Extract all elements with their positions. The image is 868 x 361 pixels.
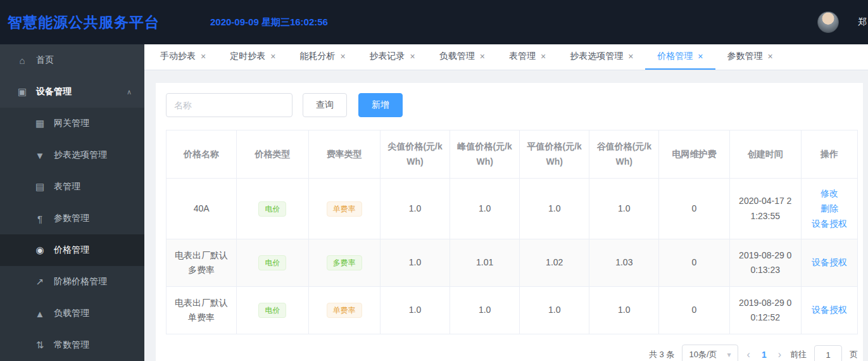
close-icon[interactable]: × [480, 51, 485, 61]
cell-valley-price: 1.0 [589, 287, 659, 334]
cell-peak-price: 1.0 [450, 287, 520, 334]
toolbar: 查询 新增 [166, 93, 858, 117]
column-header: 电网维护费 [659, 130, 729, 179]
sidebar-item-meter-reading-options[interactable]: ▼抄表选项管理 [0, 139, 144, 171]
tab-bar: 手动抄表×定时抄表×能耗分析×抄表记录×负载管理×表管理×抄表选项管理×价格管理… [144, 44, 868, 70]
close-icon[interactable]: × [698, 51, 703, 61]
page-size-select[interactable]: 10条/页 ▾ [682, 345, 738, 361]
tab-scheduled-reading[interactable]: 定时抄表× [218, 44, 287, 70]
cell-price-name: 电表出厂默认多费率 [167, 239, 237, 287]
sidebar-item-label: 常数管理 [54, 339, 89, 351]
tab-label: 能耗分析 [299, 51, 335, 62]
action-device-auth[interactable]: 设备授权 [812, 217, 847, 232]
cell-sharp-price: 1.0 [381, 179, 450, 239]
tab-price-management[interactable]: 价格管理× [645, 44, 715, 70]
tab-meter-management[interactable]: 表管理× [497, 44, 558, 70]
column-header: 价格名称 [167, 130, 237, 179]
close-icon[interactable]: × [270, 51, 275, 61]
cell-rate-type: 单费率 [308, 179, 380, 239]
cell-sharp-price: 1.0 [381, 287, 450, 334]
sidebar-item-label: 阶梯价格管理 [54, 276, 107, 288]
sidebar: ⌂首页▣设备管理∧▦网关管理▼抄表选项管理▤表管理¶参数管理◉价格管理↗阶梯价格… [0, 44, 144, 361]
tab-load-management[interactable]: 负载管理× [427, 44, 497, 70]
tab-parameter-management[interactable]: 参数管理× [715, 44, 785, 70]
tab-energy-analysis[interactable]: 能耗分析× [287, 44, 357, 70]
prev-page-button[interactable]: ‹ [746, 349, 752, 360]
money-icon: ◉ [34, 244, 46, 256]
next-page-button[interactable]: › [777, 349, 783, 360]
column-header: 峰值价格(元/kWh) [450, 130, 520, 179]
sidebar-item-parameter-management[interactable]: ¶参数管理 [0, 203, 144, 234]
sidebar-item-load-management[interactable]: ▲负载管理 [0, 298, 144, 329]
app-title: 智慧能源公共服务平台 [0, 13, 210, 32]
cell-sharp-price: 1.0 [381, 239, 450, 287]
search-input[interactable] [166, 93, 292, 117]
tab-reading-options-management[interactable]: 抄表选项管理× [558, 44, 645, 70]
cell-price-name: 电表出厂默认单费率 [167, 287, 237, 334]
tab-label: 参数管理 [727, 51, 763, 62]
tab-manual-reading[interactable]: 手动抄表× [148, 44, 218, 70]
tab-label: 表管理 [509, 51, 536, 62]
tab-reading-records[interactable]: 抄表记录× [358, 44, 427, 70]
action-delete[interactable]: 删除 [821, 201, 838, 217]
avatar[interactable] [817, 11, 839, 33]
add-button[interactable]: 新增 [358, 93, 403, 117]
sidebar-item-home[interactable]: ⌂首页 [0, 44, 144, 76]
close-icon[interactable]: × [628, 51, 633, 61]
sidebar-item-tiered-price-management[interactable]: ↗阶梯价格管理 [0, 266, 144, 298]
cell-valley-price: 1.0 [589, 179, 659, 239]
chevron-up-icon: ∧ [127, 88, 132, 96]
close-icon[interactable]: × [410, 51, 415, 61]
cell-actions: 修改删除设备授权 [801, 179, 857, 239]
username: 郑 [858, 16, 867, 28]
column-header: 费率类型 [308, 130, 380, 179]
goto-page-input[interactable] [814, 345, 842, 361]
sidebar-item-device-management[interactable]: ▣设备管理∧ [0, 76, 144, 108]
cell-actions: 设备授权 [801, 287, 857, 334]
sidebar-item-label: 价格管理 [54, 244, 89, 256]
tab-label: 手动抄表 [160, 51, 196, 62]
column-header: 创建时间 [729, 130, 801, 179]
sidebar-item-label: 表管理 [54, 181, 80, 193]
cell-flat-price: 1.0 [520, 287, 589, 334]
pagination: 共 3 条 10条/页 ▾ ‹ 1 › 前往 页 [166, 334, 858, 361]
cell-price-type: 电价 [237, 287, 308, 334]
current-page[interactable]: 1 [759, 350, 769, 360]
header-datetime: 2020-09-09 星期三16:02:56 [210, 16, 328, 28]
sidebar-item-price-management[interactable]: ◉价格管理 [0, 234, 144, 266]
sidebar-item-gateway-management[interactable]: ▦网关管理 [0, 108, 144, 139]
action-device-auth[interactable]: 设备授权 [812, 255, 847, 270]
table-row: 电表出厂默认单费率电价单费率1.01.01.01.002019-08-29 00… [167, 287, 858, 334]
cell-price-type: 电价 [237, 239, 308, 287]
page-size-value: 10条/页 [689, 349, 717, 360]
filter-icon: ▼ [34, 150, 46, 161]
table-row: 电表出厂默认多费率电价多费率1.01.011.021.0302019-08-29… [167, 239, 858, 287]
close-icon[interactable]: × [768, 51, 773, 61]
sidebar-item-meter-management[interactable]: ▤表管理 [0, 171, 144, 203]
type-tag: 电价 [258, 201, 286, 217]
action-device-auth[interactable]: 设备授权 [812, 303, 847, 318]
sidebar-item-label: 参数管理 [54, 213, 89, 224]
close-icon[interactable]: × [201, 51, 206, 61]
sidebar-item-label: 负载管理 [54, 308, 89, 319]
action-edit[interactable]: 修改 [821, 186, 838, 201]
sidebar-item-label: 抄表选项管理 [54, 149, 107, 161]
cell-actions: 设备授权 [801, 239, 857, 287]
query-button[interactable]: 查询 [303, 93, 347, 117]
table-row: 40A电价单费率1.01.01.01.002020-04-17 21:23:55… [167, 179, 858, 239]
column-header: 尖值价格(元/kWh) [381, 130, 450, 179]
price-table: 价格名称价格类型费率类型尖值价格(元/kWh)峰值价格(元/kWh)平值价格(元… [166, 130, 858, 334]
type-tag: 电价 [258, 303, 286, 318]
table-body: 40A电价单费率1.01.01.01.002020-04-17 21:23:55… [167, 179, 858, 334]
tab-label: 定时抄表 [230, 51, 265, 62]
close-icon[interactable]: × [340, 51, 345, 61]
sidebar-menu: ⌂首页▣设备管理∧▦网关管理▼抄表选项管理▤表管理¶参数管理◉价格管理↗阶梯价格… [0, 44, 144, 361]
sidebar-item-constant-management[interactable]: ⇅常数管理 [0, 329, 144, 361]
sidebar-item-label: 设备管理 [36, 86, 72, 98]
eject-icon: ▲ [34, 308, 46, 319]
notebook-icon: ▤ [34, 181, 46, 193]
pagination-total: 共 3 条 [649, 349, 674, 360]
cell-rate-type: 单费率 [308, 287, 380, 334]
close-icon[interactable]: × [541, 51, 546, 61]
column-header: 价格类型 [237, 130, 308, 179]
